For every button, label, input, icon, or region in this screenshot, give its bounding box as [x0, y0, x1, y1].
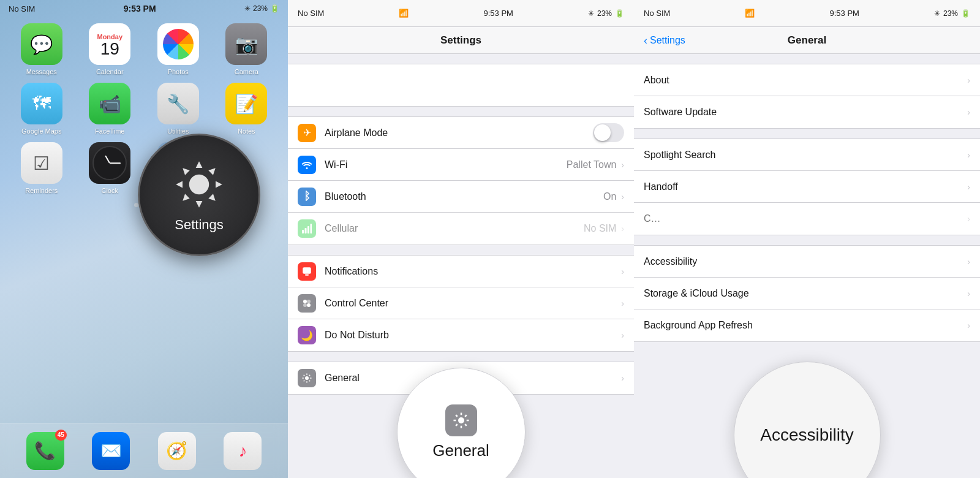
carrier-home: No SIM [9, 4, 35, 13]
back-label: Settings [650, 35, 685, 46]
calendar-icon: Monday 19 [89, 23, 130, 65]
settings-row-disturb[interactable]: 🌙 Do Not Disturb › [288, 319, 634, 351]
settings-zoom-circle[interactable]: Settings [138, 134, 260, 256]
svg-point-11 [305, 376, 309, 380]
background-refresh-label: Background App Refresh [644, 320, 967, 331]
general-icon [298, 369, 316, 387]
settings-row-background-refresh[interactable]: Background App Refresh › [634, 309, 980, 341]
accessibility-chevron: › [967, 257, 970, 267]
status-bar-general: No SIM 📶 9:53 PM ✳ 23% 🔋 [634, 0, 980, 27]
settings-row-accessibility[interactable]: Accessibility › [634, 246, 980, 278]
time-home: 9:53 PM [124, 4, 156, 13]
bluetooth-icon: ᛒ [298, 188, 316, 206]
airplane-toggle[interactable] [593, 123, 624, 142]
battery-home: ✳ 23% 🔋 [244, 4, 279, 13]
settings-row-handoff[interactable]: Handoff › [634, 171, 980, 203]
control-center-icon [298, 294, 316, 313]
cellular-chevron: › [621, 224, 624, 233]
settings-group-accessibility: Accessibility › Storage & iCloud Usage ›… [634, 245, 980, 342]
storage-chevron: › [967, 289, 970, 298]
app-photos[interactable]: Photos [148, 23, 209, 75]
settings-nav-bar: Settings [288, 27, 634, 54]
app-messages[interactable]: 💬 Messages [11, 23, 72, 75]
notes-label: Notes [238, 127, 255, 135]
bluetooth-label: Bluetooth [325, 191, 603, 202]
settings-gear-icon [172, 157, 227, 212]
software-update-chevron: › [967, 107, 970, 117]
bluetooth-value: On [603, 191, 616, 202]
airplane-mode-label: Airplane Mode [325, 127, 593, 138]
bt-icon-general: ✳ [934, 9, 940, 18]
settings-group-about: About › Software Update › [634, 64, 980, 129]
software-update-label: Software Update [644, 107, 967, 118]
settings-group-profile [288, 64, 634, 107]
clock-icon [89, 142, 130, 184]
settings-row-wifi[interactable]: Wi-Fi Pallet Town › [288, 149, 634, 181]
general-list: About › Software Update › Spotlight Sear… [634, 54, 980, 342]
settings-row-notifications[interactable]: Notifications › [288, 256, 634, 287]
battery-area-settings: ✳ 23% 🔋 [588, 9, 624, 18]
bt-icon-home: ✳ [244, 4, 251, 13]
svg-rect-2 [305, 228, 307, 233]
cellular-icon [298, 219, 316, 238]
cellular-value: No SIM [584, 223, 616, 234]
battery-icon-general: 🔋 [961, 9, 970, 18]
messages-label: Messages [26, 68, 57, 75]
control-center-chevron: › [621, 298, 624, 308]
utilities-icon: 🔧 [157, 83, 199, 124]
battery-icon-home: 🔋 [270, 4, 279, 13]
app-utilities[interactable]: 🔧 Utilities [148, 83, 209, 135]
notifications-label: Notifications [325, 266, 621, 277]
app-notes[interactable]: 📝 Notes [216, 83, 277, 135]
dock-safari[interactable]: 🧭 [158, 432, 196, 470]
handoff-chevron: › [967, 182, 970, 192]
wifi-label: Wi-Fi [325, 159, 567, 170]
dock-phone[interactable]: 📞 45 [26, 432, 64, 470]
partial-label: C… [644, 213, 967, 224]
spotlight-chevron: › [967, 150, 970, 160]
back-button[interactable]: ‹ Settings [644, 35, 685, 46]
accessibility-label: Accessibility [644, 256, 967, 267]
general-chevron: › [621, 373, 624, 383]
battery-area-general: ✳ 23% 🔋 [934, 9, 970, 18]
camera-label: Camera [235, 68, 258, 75]
general-nav-bar: ‹ Settings General [634, 27, 980, 54]
settings-row-partial[interactable]: C… › [634, 203, 980, 235]
settings-row-software-update[interactable]: Software Update › [634, 96, 980, 128]
settings-row-bluetooth[interactable]: ᛒ Bluetooth On › [288, 181, 634, 213]
dock-mail[interactable]: ✉️ [92, 432, 130, 470]
settings-row-about[interactable]: About › [634, 64, 980, 96]
settings-row-airplane[interactable]: ✈ Airplane Mode [288, 117, 634, 149]
general-zoom-gear-icon [445, 404, 477, 436]
app-calendar[interactable]: Monday 19 Calendar [80, 23, 141, 75]
phone-badge: 45 [55, 430, 67, 441]
battery-icon-settings: 🔋 [615, 9, 624, 18]
notes-icon: 📝 [225, 83, 267, 124]
camera-icon: 📷 [225, 23, 267, 65]
svg-rect-6 [305, 274, 309, 275]
settings-row-cellular[interactable]: Cellular No SIM › [288, 213, 634, 245]
app-facetime[interactable]: 📹 FaceTime [80, 83, 141, 135]
back-chevron-icon: ‹ [644, 35, 647, 46]
bt-icon-settings: ✳ [588, 9, 594, 18]
settings-row-controlcenter[interactable]: Control Center › [288, 287, 634, 319]
carrier-general: No SIM [644, 9, 670, 18]
svg-point-9 [307, 300, 311, 303]
app-clock[interactable]: Clock [80, 142, 141, 194]
svg-rect-5 [303, 267, 311, 274]
settings-row-spotlight[interactable]: Spotlight Search › [634, 139, 980, 171]
bluetooth-chevron: › [621, 192, 624, 202]
dock-music[interactable]: ♪ [224, 432, 262, 470]
facetime-label: FaceTime [95, 127, 125, 135]
app-camera[interactable]: 📷 Camera [216, 23, 277, 75]
about-label: About [644, 75, 967, 86]
dot-1 [134, 203, 138, 207]
partial-chevron: › [967, 214, 970, 224]
app-reminders[interactable]: ☑ Reminders [11, 142, 72, 194]
storage-label: Storage & iCloud Usage [644, 288, 967, 299]
wifi-icon-general: 📶 [745, 9, 755, 18]
settings-row-storage[interactable]: Storage & iCloud Usage › [634, 278, 980, 309]
maps-icon: 🗺 [21, 83, 62, 124]
svg-rect-4 [311, 224, 312, 233]
app-maps[interactable]: 🗺 Google Maps [11, 83, 72, 135]
